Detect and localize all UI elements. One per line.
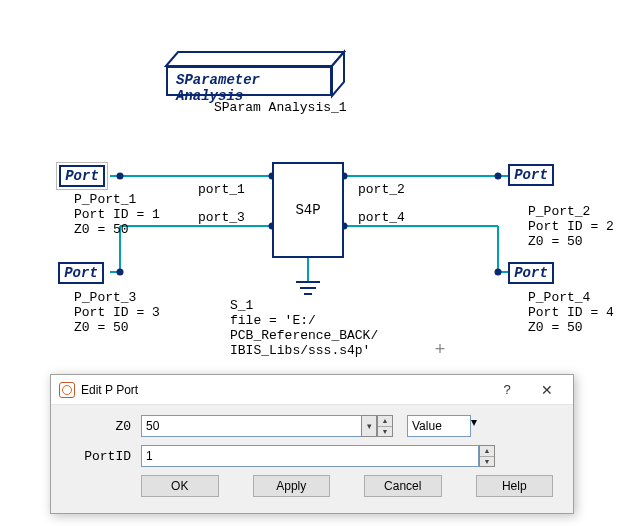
s4p-port3-label: port_3 bbox=[198, 210, 245, 225]
port-p1[interactable]: Port bbox=[56, 162, 108, 190]
s4p-port4-label: port_4 bbox=[358, 210, 405, 225]
p1-name: P_Port_1 bbox=[74, 192, 136, 207]
port-glyph: Port bbox=[65, 168, 99, 184]
p4-id: Port ID = 4 bbox=[528, 305, 614, 320]
p2-name: P_Port_2 bbox=[528, 204, 590, 219]
z0-input[interactable] bbox=[141, 415, 361, 437]
z0-mode-select[interactable] bbox=[407, 415, 471, 437]
help-icon[interactable]: ? bbox=[487, 376, 527, 404]
apply-button[interactable]: Apply bbox=[253, 475, 331, 497]
chevron-up-icon[interactable]: ▲ bbox=[480, 446, 494, 457]
port-glyph: Port bbox=[514, 167, 548, 183]
port-p4[interactable]: Port bbox=[508, 262, 554, 284]
help-button[interactable]: Help bbox=[476, 475, 554, 497]
p3-name: P_Port_3 bbox=[74, 290, 136, 305]
port-glyph: Port bbox=[64, 265, 98, 281]
p3-id: Port ID = 3 bbox=[74, 305, 160, 320]
z0-label: Z0 bbox=[71, 419, 141, 434]
chevron-down-icon[interactable]: ▼ bbox=[378, 427, 392, 437]
sparameter-analysis-block[interactable]: SParameter Analysis bbox=[166, 66, 332, 96]
p1-z0: Z0 = 50 bbox=[74, 222, 129, 237]
ok-button[interactable]: OK bbox=[141, 475, 219, 497]
p1-id: Port ID = 1 bbox=[74, 207, 160, 222]
app-icon bbox=[59, 382, 75, 398]
portid-stepper[interactable]: ▲ ▼ bbox=[479, 445, 495, 467]
chevron-down-icon[interactable]: ▼ bbox=[480, 457, 494, 467]
s4p-block[interactable]: S4P bbox=[272, 162, 344, 258]
s4p-label: S4P bbox=[295, 202, 320, 218]
portid-input[interactable] bbox=[141, 445, 479, 467]
s4p-file-label: file = 'E:/ PCB_Reference_BACK/ IBIS_Lib… bbox=[230, 313, 378, 358]
p3-z0: Z0 = 50 bbox=[74, 320, 129, 335]
portid-label: PortID bbox=[71, 449, 141, 464]
chevron-up-icon[interactable]: ▲ bbox=[378, 416, 392, 427]
dialog-title: Edit P Port bbox=[81, 383, 487, 397]
edit-p-port-dialog: Edit P Port ? ✕ Z0 ▾ ▲ ▼ ▾ PortID ▲ ▼ bbox=[50, 374, 574, 514]
p4-z0: Z0 = 50 bbox=[528, 320, 583, 335]
analysis-instance-label: SParam Analysis_1 bbox=[214, 100, 347, 115]
p4-name: P_Port_4 bbox=[528, 290, 590, 305]
close-icon[interactable]: ✕ bbox=[527, 376, 567, 404]
s4p-port1-label: port_1 bbox=[198, 182, 245, 197]
cancel-button[interactable]: Cancel bbox=[364, 475, 442, 497]
port-p2[interactable]: Port bbox=[508, 164, 554, 186]
z0-stepper[interactable]: ▲ ▼ bbox=[377, 415, 393, 437]
p2-id: Port ID = 2 bbox=[528, 219, 614, 234]
z0-dropdown-icon[interactable]: ▾ bbox=[361, 415, 377, 437]
s4p-port2-label: port_2 bbox=[358, 182, 405, 197]
z0-mode-dropdown-icon[interactable]: ▾ bbox=[471, 415, 477, 437]
p2-z0: Z0 = 50 bbox=[528, 234, 583, 249]
s4p-instance-label: S_1 bbox=[230, 298, 253, 313]
port-p3[interactable]: Port bbox=[58, 262, 104, 284]
dialog-titlebar[interactable]: Edit P Port ? ✕ bbox=[51, 375, 573, 405]
port-glyph: Port bbox=[514, 265, 548, 281]
crosshair-cursor-icon: + bbox=[430, 340, 450, 360]
